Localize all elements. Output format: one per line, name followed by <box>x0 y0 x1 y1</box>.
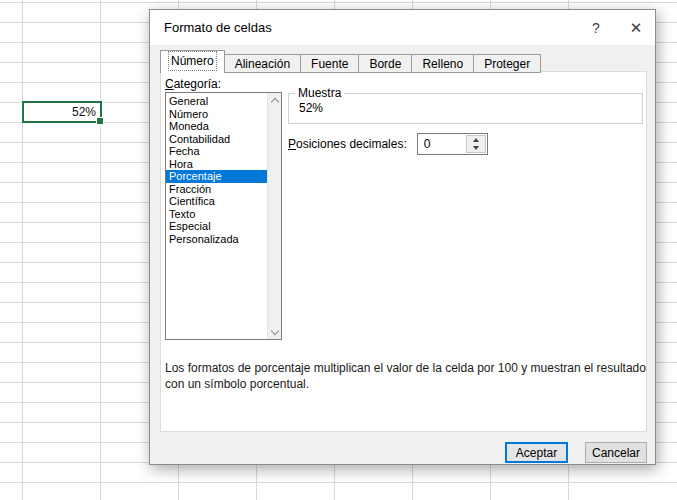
scroll-up-icon[interactable] <box>268 93 281 106</box>
dialog-tab[interactable]: Número <box>160 50 225 73</box>
sample-value: 52% <box>289 100 642 115</box>
category-item[interactable]: Fracción <box>166 183 267 196</box>
scroll-down-icon[interactable] <box>268 326 281 339</box>
decimal-places-value[interactable]: 0 <box>418 134 465 154</box>
number-tab-page: Categoría: GeneralNúmeroMonedaContabilid… <box>160 71 647 432</box>
sample-group: Muestra 52% <box>288 86 643 124</box>
category-list: GeneralNúmeroMonedaContabilidadFechaHora… <box>166 93 267 339</box>
dialog-tab[interactable]: Proteger <box>473 54 541 73</box>
cancel-button[interactable]: Cancelar <box>585 442 647 463</box>
category-item[interactable]: Porcentaje <box>166 170 267 183</box>
category-item[interactable]: Hora <box>166 158 267 171</box>
spinner-buttons[interactable] <box>466 135 486 153</box>
format-cells-dialog: Formato de celdas ? ✕ Número Alineación … <box>149 9 656 465</box>
dialog-tab[interactable]: Relleno <box>411 54 474 73</box>
dialog-title: Formato de celdas <box>164 20 272 35</box>
category-item[interactable]: Fecha <box>166 145 267 158</box>
dialog-tab[interactable]: Borde <box>358 54 412 73</box>
decimal-places-label: Posiciones decimales: <box>288 137 407 151</box>
category-item[interactable]: Personalizada <box>166 233 267 246</box>
close-icon[interactable]: ✕ <box>625 18 647 38</box>
dialog-tab[interactable]: Alineación <box>224 54 301 73</box>
category-listbox: GeneralNúmeroMonedaContabilidadFechaHora… <box>165 92 282 340</box>
dialog-tab[interactable]: Fuente <box>300 54 359 73</box>
category-label: Categoría: <box>165 77 221 91</box>
sample-label: Muestra <box>295 86 344 100</box>
category-scrollbar[interactable] <box>267 93 281 339</box>
selected-cell[interactable]: 52% <box>22 101 102 123</box>
format-description: Los formatos de porcentaje multiplican e… <box>165 360 651 392</box>
fill-handle[interactable] <box>96 117 104 125</box>
category-item[interactable]: General <box>166 95 267 108</box>
dialog-titlebar[interactable]: Formato de celdas ? ✕ <box>150 10 655 45</box>
selected-cell-value: 52% <box>24 103 100 121</box>
category-item[interactable]: Moneda <box>166 120 267 133</box>
decimal-places-stepper[interactable]: 0 <box>417 133 488 155</box>
excel-screen: 52% Formato de celdas ? ✕ Número Alineac… <box>0 0 677 500</box>
decimal-places-row: Posiciones decimales: 0 <box>288 132 488 156</box>
accept-button[interactable]: Aceptar <box>505 442 568 463</box>
help-icon[interactable]: ? <box>585 18 607 38</box>
category-item[interactable]: Número <box>166 108 267 121</box>
spin-up-icon[interactable] <box>467 136 485 144</box>
category-item[interactable]: Científica <box>166 195 267 208</box>
spin-down-icon[interactable] <box>467 144 485 152</box>
category-item[interactable]: Contabilidad <box>166 133 267 146</box>
category-item[interactable]: Especial <box>166 220 267 233</box>
tab-strip: Número Alineación Fuente Borde Relleno P… <box>160 50 540 73</box>
category-item[interactable]: Texto <box>166 208 267 221</box>
